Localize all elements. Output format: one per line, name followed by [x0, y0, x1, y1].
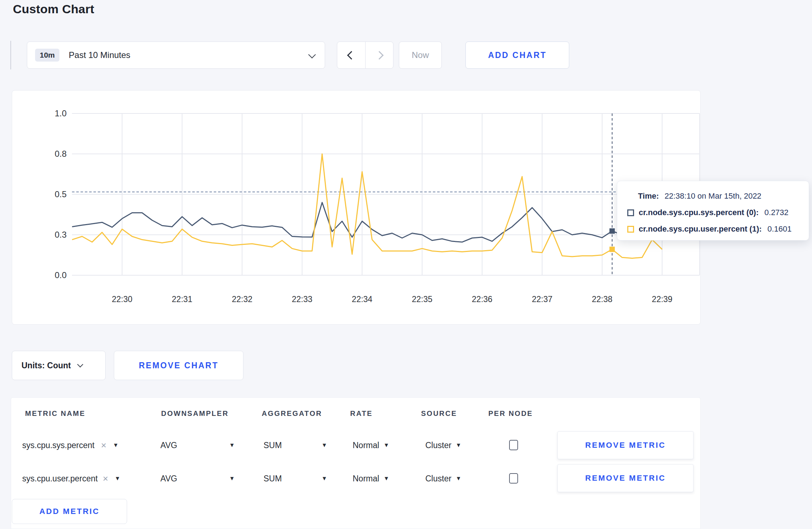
y-tick-label: 0.3 — [55, 230, 67, 239]
chevron-right-icon — [375, 51, 383, 59]
hover-marker-0 — [609, 228, 615, 234]
col-header-downsampler: DOWNSAMPLER — [161, 409, 229, 418]
caret-down-icon[interactable]: ▼ — [322, 440, 327, 451]
tooltip-series-value: 0.2732 — [764, 208, 788, 217]
rate-value: Normal — [353, 440, 379, 451]
clear-metric-icon[interactable]: × — [101, 440, 106, 451]
caret-down-icon: ▼ — [456, 440, 461, 451]
col-header-rate: RATE — [350, 409, 373, 418]
tooltip-series-value: 0.1601 — [768, 224, 792, 234]
now-button[interactable]: Now — [399, 42, 442, 69]
metric-name-value: sys.cpu.user.percent — [22, 473, 98, 484]
rate-select[interactable]: Normal ▼ — [353, 473, 389, 484]
series-swatch-sys — [627, 209, 634, 216]
per-node-checkbox[interactable] — [509, 473, 518, 484]
chart-plot[interactable]: 1.00.80.50.30.022:3022:3122:3222:3322:34… — [12, 91, 701, 325]
y-tick-label: 0.0 — [55, 270, 67, 280]
tooltip-time-value: 22:38:10 on Mar 15th, 2022 — [664, 191, 761, 201]
caret-down-icon: ▼ — [383, 473, 389, 484]
chart-panel: 1.00.80.50.30.022:3022:3122:3222:3322:34… — [12, 90, 701, 325]
metric-name-select[interactable]: sys.cpu.sys.percent × ▼ — [22, 440, 119, 451]
source-value: Cluster — [425, 473, 451, 484]
y-tick-label: 1.0 — [55, 108, 67, 118]
add-chart-button[interactable]: ADD CHART — [465, 42, 569, 69]
remove-chart-button[interactable]: REMOVE CHART — [114, 351, 243, 380]
x-tick-label: 22:35 — [412, 295, 432, 304]
aggregator-select[interactable]: SUM — [264, 440, 282, 451]
x-tick-label: 22:38 — [592, 295, 613, 304]
x-tick-label: 22:32 — [232, 295, 252, 304]
col-header-aggregator: AGGREGATOR — [262, 409, 322, 418]
series-line-1 — [72, 154, 662, 258]
tooltip-series-label: cr.node.sys.cpu.user.percent (1): — [639, 224, 762, 234]
metric-name-select[interactable]: sys.cpu.user.percent × ▼ — [22, 473, 120, 484]
source-value: Cluster — [425, 440, 451, 451]
chevron-down-icon — [308, 51, 316, 58]
caret-down-icon: ▼ — [113, 440, 119, 451]
x-tick-label: 22:33 — [292, 295, 313, 304]
next-range-button[interactable] — [365, 42, 393, 68]
caret-down-icon[interactable]: ▼ — [322, 473, 327, 484]
time-range-badge: 10m — [35, 49, 59, 62]
chevron-down-icon — [77, 361, 83, 368]
y-tick-label: 0.5 — [55, 189, 67, 199]
caret-down-icon: ▼ — [383, 440, 389, 451]
units-dropdown[interactable]: Units: Count — [12, 351, 106, 380]
time-nav-group — [337, 42, 393, 69]
units-label: Units: Count — [21, 361, 71, 370]
col-header-source: SOURCE — [421, 409, 457, 418]
page-title: Custom Chart — [13, 2, 94, 16]
prev-range-button[interactable] — [337, 42, 365, 68]
rate-select[interactable]: Normal ▼ — [353, 440, 389, 451]
x-tick-label: 22:37 — [532, 295, 552, 304]
aggregator-select[interactable]: SUM — [264, 473, 282, 484]
y-tick-label: 0.8 — [55, 149, 67, 159]
tooltip-series-label: cr.node.sys.cpu.sys.percent (0): — [639, 208, 759, 217]
caret-down-icon[interactable]: ▼ — [229, 473, 235, 484]
x-tick-label: 22:31 — [172, 295, 193, 304]
time-range-dropdown[interactable]: 10m Past 10 Minutes — [27, 42, 325, 69]
x-tick-label: 22:39 — [652, 295, 673, 304]
toolbar-divider — [10, 41, 11, 69]
x-tick-label: 22:36 — [472, 295, 493, 304]
caret-down-icon[interactable]: ▼ — [229, 440, 235, 451]
col-header-per-node: PER NODE — [488, 409, 533, 418]
downsampler-select[interactable]: AVG — [160, 473, 177, 484]
caret-down-icon: ▼ — [115, 473, 120, 484]
x-tick-label: 22:30 — [112, 295, 132, 304]
source-select[interactable]: Cluster ▼ — [425, 473, 461, 484]
x-tick-label: 22:34 — [352, 295, 373, 304]
downsampler-select[interactable]: AVG — [160, 440, 177, 451]
chart-tooltip: Time: 22:38:10 on Mar 15th, 2022 cr.node… — [617, 181, 809, 241]
series-swatch-user — [627, 226, 634, 233]
chevron-left-icon — [347, 51, 356, 59]
clear-metric-icon[interactable]: × — [103, 473, 108, 484]
rate-value: Normal — [353, 473, 379, 484]
caret-down-icon: ▼ — [456, 473, 461, 484]
tooltip-time-label: Time: — [638, 191, 659, 201]
hover-marker-1 — [609, 247, 615, 252]
per-node-checkbox[interactable] — [509, 440, 518, 450]
source-select[interactable]: Cluster ▼ — [425, 440, 461, 451]
col-header-metric-name: METRIC NAME — [25, 409, 86, 418]
remove-metric-button[interactable]: REMOVE METRIC — [557, 431, 693, 459]
time-range-label: Past 10 Minutes — [69, 50, 130, 60]
metric-name-value: sys.cpu.sys.percent — [22, 440, 95, 451]
remove-metric-button[interactable]: REMOVE METRIC — [557, 464, 693, 492]
add-metric-button[interactable]: ADD METRIC — [12, 499, 127, 524]
